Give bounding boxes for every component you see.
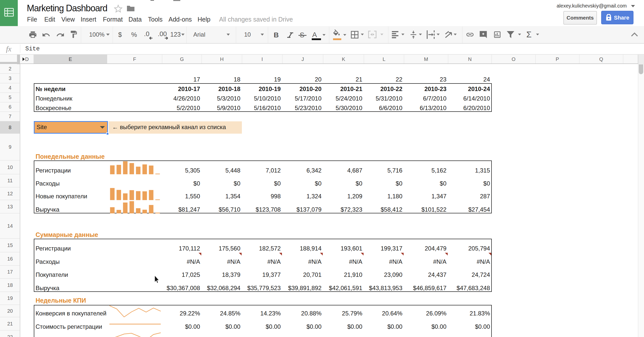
svg-text:Σ: Σ <box>526 30 532 39</box>
svg-text:100%: 100% <box>89 31 104 38</box>
svg-text:B: B <box>274 31 279 39</box>
svg-text:$: $ <box>118 31 122 38</box>
svg-text:123: 123 <box>170 31 181 38</box>
svg-text:.0: .0 <box>144 30 149 38</box>
svg-text:10: 10 <box>244 31 251 38</box>
svg-text:Arial: Arial <box>193 31 205 38</box>
svg-text:A: A <box>312 31 317 39</box>
svg-text:.00: .00 <box>158 30 167 38</box>
svg-text:%: % <box>131 31 137 38</box>
